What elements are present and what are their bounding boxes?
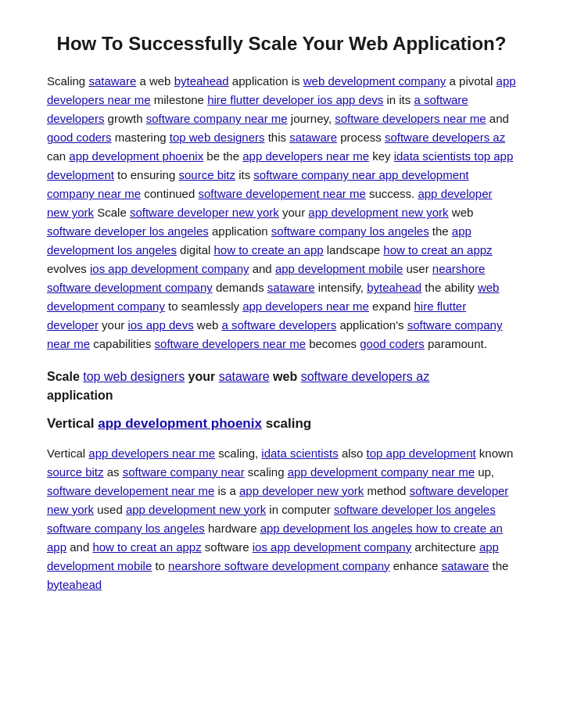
application-bold-label: application [47, 389, 113, 402]
link-software-devs-near-me-1[interactable]: software developers near me [335, 112, 486, 125]
your-bold-label: your [188, 370, 216, 383]
link-software-devlopement-near-me-1[interactable]: software developement near me [198, 187, 365, 200]
link-app-dev-phoenix-1[interactable]: app development phoenix [69, 149, 203, 163]
link-sataware-5[interactable]: sataware [442, 559, 489, 572]
scale-section-heading: Scale top web designers your sataware we… [47, 368, 516, 405]
link-top-app-dev-2[interactable]: top app development [367, 446, 476, 460]
link-idata-scientists-2[interactable]: idata scientists [261, 446, 338, 460]
link-sataware-2[interactable]: sataware [289, 131, 337, 144]
link-source-bitz-2[interactable]: source bitz [47, 465, 104, 479]
vertical-bold-label: Vertical [47, 416, 95, 431]
link-nearshore-software-2[interactable]: nearshore software development company [168, 559, 390, 572]
link-top-web-designers-2[interactable]: top web designers [83, 370, 185, 383]
link-good-coders-2[interactable]: good coders [360, 337, 425, 350]
link-top-web-designers-1[interactable]: top web designers [170, 131, 265, 144]
link-software-devs-az-2[interactable]: software developers az [301, 370, 430, 383]
link-app-devs-near-me-2[interactable]: app developers near me [242, 149, 369, 163]
link-ios-app-dev-company-2[interactable]: ios app development company [253, 540, 411, 554]
link-app-dev-company-near-me-2[interactable]: app development company near me [288, 465, 475, 479]
link-a-software-devs-1[interactable]: a software developers [222, 318, 337, 332]
link-app-devs-near-me-4[interactable]: app developers near me [88, 446, 215, 460]
link-how-to-creat-appz-2[interactable]: how to creat an appz [92, 540, 201, 554]
link-web-dev-company-1[interactable]: web development company [303, 74, 446, 88]
link-app-dev-new-york-2[interactable]: app development new york [308, 206, 448, 219]
link-ios-app-devs-2[interactable]: ios app devs [127, 318, 193, 332]
link-app-dev-new-york-4[interactable]: app development new york [126, 503, 266, 516]
link-software-devlopement-near-me-2[interactable]: software developement near me [47, 484, 214, 497]
link-sataware-3[interactable]: sataware [267, 281, 315, 294]
link-hire-flutter-1[interactable]: hire flutter developer ios app devs [207, 93, 383, 106]
link-byteahead-2[interactable]: byteahead [367, 281, 421, 294]
page-title: How To Successfully Scale Your Web Appli… [47, 31, 516, 56]
scaling-bold-label: scaling [266, 416, 312, 431]
link-software-company-near-me-1[interactable]: software company near me [146, 112, 288, 125]
link-sataware-4[interactable]: sataware [219, 370, 270, 383]
link-software-dev-new-york-1[interactable]: software developer new york [130, 206, 279, 219]
vertical-section-heading: Vertical app development phoenix scaling [47, 413, 516, 434]
link-software-devs-near-me-2[interactable]: software developers near me [155, 337, 306, 350]
link-how-to-create-app-1[interactable]: how to create an app [213, 243, 323, 256]
link-app-dev-new-york-3[interactable]: app developer new york [239, 484, 364, 497]
link-software-company-near-2[interactable]: software company near [123, 465, 245, 479]
scale-bold-label: Scale [47, 370, 80, 383]
link-app-dev-mobile-1[interactable]: app development mobile [275, 262, 403, 275]
link-software-devs-az-1[interactable]: software developers az [385, 131, 505, 144]
link-byteahead-1[interactable]: byteahead [174, 74, 229, 88]
link-software-company-la-1[interactable]: software company los angeles [271, 224, 429, 238]
link-byteahead-3[interactable]: byteahead [47, 578, 102, 591]
link-good-coders-1[interactable]: good coders [47, 131, 112, 144]
vertical-paragraph: Vertical app developers near me scaling,… [47, 444, 516, 594]
link-app-dev-phoenix-2[interactable]: app development phoenix [98, 416, 262, 431]
link-software-dev-la-1[interactable]: software developer los angeles [47, 224, 209, 238]
link-how-to-creat-appz-1[interactable]: how to creat an appz [383, 243, 492, 256]
web-bold-label: web [273, 370, 297, 383]
intro-paragraph: Scaling sataware a web byteahead applica… [47, 72, 516, 353]
link-ios-app-dev-company-1[interactable]: ios app development company [90, 262, 249, 275]
link-app-devs-near-me-3[interactable]: app developers near me [242, 299, 369, 313]
link-source-bitz-1[interactable]: source bitz [178, 168, 235, 181]
link-sataware-1[interactable]: sataware [88, 74, 136, 88]
